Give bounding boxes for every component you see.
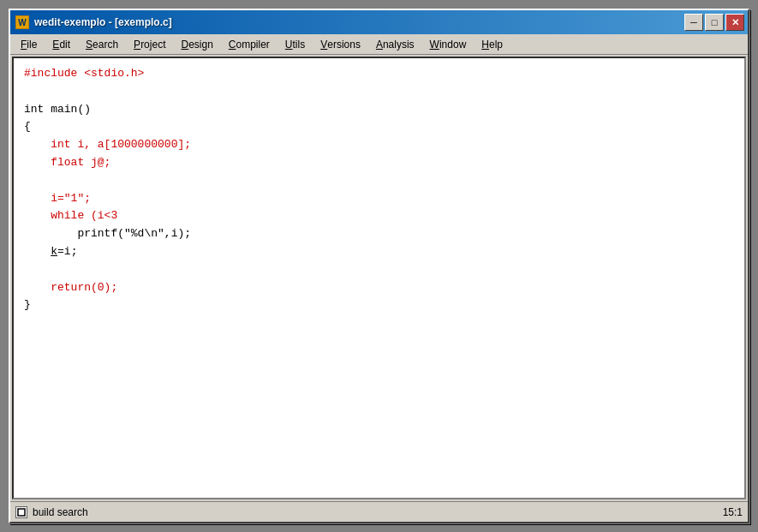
menu-design[interactable]: Design [174,35,219,54]
status-icon [15,506,27,518]
status-bar: build search 15:1 [10,501,748,522]
maximize-button[interactable]: □ [705,14,724,31]
code-line-7 [24,172,734,190]
menu-window[interactable]: Window [423,35,474,54]
code-line-6: float j@; [24,154,734,172]
menu-edit[interactable]: Edit [45,35,77,54]
menu-analysis[interactable]: Analysis [369,35,421,54]
code-line-2 [24,83,734,101]
code-line-3: int main() [24,101,734,119]
code-line-11: k=i; [24,243,734,261]
app-icon: W [15,15,29,29]
code-line-4: { [24,118,734,136]
editor-area[interactable]: #include <stdio.h> int main() { int i, a… [12,57,746,499]
menu-search[interactable]: Search [79,35,125,54]
menu-versions[interactable]: Versions [313,35,367,54]
code-line-12 [24,261,734,279]
menu-bar: File Edit Search Project Design Compiler… [10,34,748,55]
menu-project[interactable]: Project [127,35,172,54]
minimize-button[interactable]: ─ [684,14,703,31]
main-window: W wedit-exemplo - [exemplo.c] ─ □ ✕ File… [9,9,749,523]
status-left-text: build search [33,506,88,518]
code-line-9: while (i<3 [24,207,734,225]
code-line-5: int i, a[1000000000]; [24,136,734,154]
code-line-1: #include <stdio.h> [24,65,734,83]
close-button[interactable]: ✕ [725,14,744,31]
status-position: 15:1 [723,506,743,518]
status-left: build search [15,506,88,518]
code-line-10: printf("%d\n",i); [24,225,734,243]
menu-help[interactable]: Help [474,35,510,54]
title-bar: W wedit-exemplo - [exemplo.c] ─ □ ✕ [10,10,748,34]
code-line-14: } [24,296,734,314]
code-line-8: i="1"; [24,190,734,208]
code-line-13: return(0); [24,279,734,297]
svg-rect-0 [18,509,25,516]
menu-file[interactable]: File [14,35,44,54]
code-editor[interactable]: #include <stdio.h> int main() { int i, a… [14,58,744,498]
window-title: wedit-exemplo - [exemplo.c] [34,16,172,28]
window-controls: ─ □ ✕ [684,14,744,31]
menu-utils[interactable]: Utils [278,35,312,54]
menu-compiler[interactable]: Compiler [222,35,277,54]
title-bar-left: W wedit-exemplo - [exemplo.c] [15,15,172,29]
